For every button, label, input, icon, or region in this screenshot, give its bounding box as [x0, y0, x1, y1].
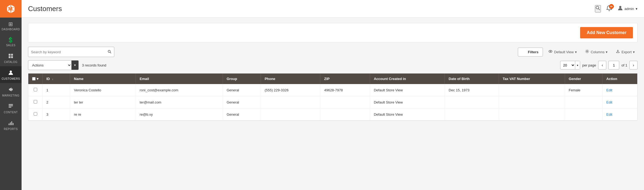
cell-zip: 49628-7978: [320, 84, 370, 96]
cell-email: roni_cost@example.com: [136, 84, 223, 96]
cell-dob: Dec 15, 1973: [445, 84, 499, 96]
th-name[interactable]: Name: [70, 74, 136, 84]
of-total-pages: of 1: [621, 63, 627, 67]
th-group[interactable]: Group: [223, 74, 261, 84]
cell-zip: [320, 96, 370, 108]
th-dob[interactable]: Date of Birth: [445, 74, 499, 84]
sidebar-item-reports[interactable]: REPORTS: [0, 116, 22, 133]
th-account-created[interactable]: Account Created in: [370, 74, 445, 84]
row-checkbox-1[interactable]: [34, 100, 37, 104]
marketing-icon: [8, 87, 13, 93]
sidebar-item-customers[interactable]: CUSTOMERS: [0, 66, 22, 83]
cell-phone: [261, 96, 320, 108]
view-label: Default View: [554, 50, 574, 54]
add-new-customer-button[interactable]: Add New Customer: [580, 27, 633, 38]
cell-name: Veronica Costello: [70, 84, 136, 96]
row-checkbox-2[interactable]: [34, 112, 37, 116]
th-id[interactable]: ID ↓: [43, 74, 70, 84]
row-checkbox-cell: [28, 108, 43, 121]
export-button[interactable]: Export ▾: [613, 48, 638, 56]
actions-dropdown-button[interactable]: ▾: [71, 61, 78, 70]
sidebar-item-marketing[interactable]: MARKETING: [0, 83, 22, 100]
cell-zip: [320, 108, 370, 121]
checkbox-dropdown-icon[interactable]: ▾: [37, 77, 39, 81]
sidebar-item-catalog[interactable]: CATALOG: [0, 49, 22, 66]
svg-rect-4: [11, 56, 13, 58]
svg-rect-9: [9, 124, 9, 125]
main-content: Customers 39 admin ▾ Add New Customer: [22, 0, 644, 190]
cell-tax-vat: [499, 84, 565, 96]
th-zip[interactable]: ZIP: [320, 74, 370, 84]
svg-rect-8: [9, 107, 11, 108]
svg-rect-12: [13, 123, 13, 125]
customers-table: ▾ ID ↓ Name Email Group Phone ZIP Accoun…: [28, 74, 637, 121]
export-dropdown-icon: ▾: [633, 50, 635, 54]
sidebar-label-customers: CUSTOMERS: [2, 77, 20, 80]
cell-account-created: Default Store View: [370, 96, 445, 108]
eye-icon: [548, 49, 553, 55]
svg-rect-11: [11, 121, 12, 125]
dashboard-icon: ⊞: [8, 21, 13, 27]
cell-account-created: Default Store View: [370, 84, 445, 96]
sidebar-item-dashboard[interactable]: ⊞ DASHBOARD: [0, 18, 22, 34]
catalog-icon: [8, 53, 13, 59]
export-icon: [616, 49, 620, 55]
sidebar-label-catalog: CATALOG: [4, 61, 18, 64]
per-page-select[interactable]: 20 30 50 100: [560, 61, 575, 69]
columns-button[interactable]: Columns ▾: [582, 48, 610, 56]
cell-group: General: [223, 84, 261, 96]
cell-id: 1: [43, 84, 70, 96]
filters-button[interactable]: Filters: [518, 48, 543, 56]
edit-link-1[interactable]: Edit: [606, 100, 612, 104]
th-action: Action: [602, 74, 637, 84]
edit-link-2[interactable]: Edit: [606, 112, 612, 116]
default-view-button[interactable]: Default View ▾: [546, 48, 580, 56]
admin-username: admin: [625, 7, 634, 11]
admin-dropdown-icon: ▾: [636, 7, 638, 11]
sidebar-label-dashboard: DASHBOARD: [2, 28, 20, 31]
search-input[interactable]: [31, 50, 108, 54]
columns-label: Columns: [591, 50, 604, 54]
admin-avatar-icon: [618, 5, 623, 12]
sidebar-logo[interactable]: M: [0, 0, 22, 18]
top-action-bar: Add New Customer: [28, 23, 638, 42]
cell-id: 2: [43, 96, 70, 108]
sidebar-item-content[interactable]: CONTENT: [0, 100, 22, 116]
actions-select[interactable]: Actions Delete Subscribe to Newsletter U…: [28, 61, 71, 70]
svg-point-20: [587, 51, 588, 52]
cell-phone: (555) 229-3326: [261, 84, 320, 96]
next-page-button[interactable]: ›: [629, 61, 638, 69]
select-all-checkbox[interactable]: [32, 77, 36, 81]
search-toolbar: Filters Default View ▾ Columns ▾: [28, 47, 638, 57]
th-tax-vat[interactable]: Tax VAT Number: [499, 74, 565, 84]
pagination: 20 30 50 100 ▾ per page ‹ of 1 ›: [560, 61, 638, 69]
cell-action: Edit: [602, 84, 637, 96]
notification-button[interactable]: 39: [606, 5, 612, 12]
cell-tax-vat: [499, 108, 565, 121]
cell-dob: [445, 108, 499, 121]
cell-dob: [445, 96, 499, 108]
th-email[interactable]: Email: [136, 74, 223, 84]
edit-link-0[interactable]: Edit: [606, 88, 612, 92]
actions-row: Actions Delete Subscribe to Newsletter U…: [28, 60, 638, 70]
filters-label: Filters: [528, 50, 538, 54]
current-page-input[interactable]: [608, 61, 619, 69]
sales-icon: 💲: [7, 37, 14, 43]
actions-select-wrapper: Actions Delete Subscribe to Newsletter U…: [28, 60, 79, 70]
sidebar-item-sales[interactable]: 💲 SALES: [0, 34, 22, 49]
th-phone[interactable]: Phone: [261, 74, 320, 84]
svg-rect-1: [9, 54, 11, 56]
sidebar-label-reports: REPORTS: [4, 128, 18, 131]
prev-page-button[interactable]: ‹: [598, 61, 606, 69]
view-dropdown-icon: ▾: [575, 50, 577, 54]
th-gender[interactable]: Gender: [565, 74, 602, 84]
cell-email: ter@mail.com: [136, 96, 223, 108]
table-row: 3 re re re@b.vy General Default Store Vi…: [28, 108, 637, 121]
row-checkbox-0[interactable]: [34, 88, 37, 91]
search-submit-button[interactable]: [108, 50, 111, 54]
cell-action: Edit: [602, 96, 637, 108]
svg-rect-7: [9, 105, 13, 106]
search-box: [28, 47, 114, 57]
header-search-button[interactable]: [595, 5, 601, 12]
admin-menu-button[interactable]: admin ▾: [618, 5, 638, 12]
